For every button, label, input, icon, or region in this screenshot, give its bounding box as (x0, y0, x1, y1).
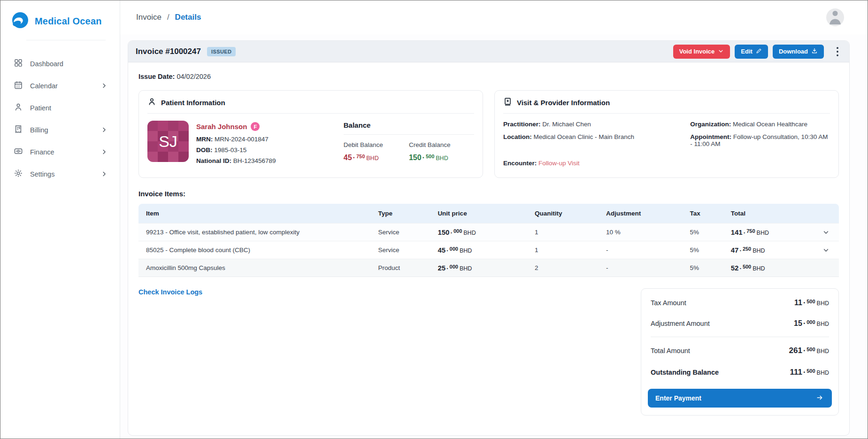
item-total: 141750BHD (731, 228, 818, 236)
practitioner-value: Dr. Michael Chen (542, 121, 591, 128)
location-value: Medical Ocean Clinic - Main Branch (534, 133, 635, 140)
void-invoice-button[interactable]: Void Invoice (673, 45, 730, 59)
outstanding-balance-value: 111500BHD (790, 368, 829, 377)
arrow-right-icon (815, 394, 824, 403)
table-row: 85025 - Complete blood count (CBC) Servi… (138, 241, 839, 259)
user-avatar[interactable] (826, 8, 844, 26)
breadcrumb-separator: / (167, 13, 169, 22)
credit-balance-label: Credit Balance (409, 141, 474, 148)
sidebar-item-settings[interactable]: Settings (14, 163, 108, 185)
journal-icon (503, 97, 512, 108)
sidebar-item-patient[interactable]: Patient (14, 97, 108, 119)
national-id-value: BH-123456789 (233, 157, 276, 164)
breadcrumb-section[interactable]: Invoice (136, 13, 161, 22)
billing-icon (14, 124, 23, 135)
item-total: 47250BHD (731, 246, 818, 254)
col-tax: Tax (690, 210, 731, 217)
chevron-right-icon (100, 126, 108, 133)
kebab-menu-icon[interactable] (833, 46, 842, 58)
item-name: 99213 - Office visit, established patien… (146, 229, 378, 236)
tax-amount-label: Tax Amount (651, 299, 686, 307)
invoice-details-card: Invoice #1000247 ISSUED Void Invoice Edi… (128, 40, 850, 436)
sidebar-item-label: Billing (30, 126, 48, 134)
brand-name: Medical Ocean (35, 16, 102, 27)
sidebar-item-finance[interactable]: Finance (14, 141, 108, 163)
summary-divider (651, 337, 829, 337)
total-amount-value: 261500BHD (789, 346, 829, 355)
sidebar-item-label: Finance (30, 148, 54, 156)
col-item: Item (146, 210, 378, 217)
dob-label: DOB: (196, 146, 213, 154)
sidebar-item-billing[interactable]: Billing (14, 119, 108, 141)
breadcrumb: Invoice / Details (136, 13, 201, 22)
item-total: 52500BHD (731, 264, 818, 272)
expand-row-chevron-down-icon[interactable] (822, 246, 839, 254)
col-total: Total (731, 210, 818, 217)
patient-name[interactable]: Sarah Johnson (196, 123, 247, 131)
person-icon (147, 97, 156, 108)
item-adjustment: - (606, 264, 690, 271)
sidebar: Medical Ocean Dashboard (0, 0, 120, 439)
practitioner-label: Practitioner: (503, 121, 541, 128)
col-quantity: Quanitity (535, 210, 606, 217)
balance-section: Balance Debit Balance 45750BHD Credit Ba… (341, 121, 474, 168)
encounter-link[interactable]: Follow-up Visit (538, 160, 580, 167)
sidebar-item-dashboard[interactable]: Dashboard (14, 53, 108, 75)
patient-information-card: Patient Information SJ Sarah Johnson F (138, 90, 483, 178)
issue-date-label: Issue Date: (138, 73, 175, 80)
item-type: Product (378, 264, 438, 271)
item-unit-price: 45000BHD (438, 246, 535, 254)
patient-avatar: SJ (147, 121, 189, 162)
expand-row-chevron-down-icon[interactable] (822, 229, 839, 236)
item-type: Service (378, 229, 438, 236)
logo-wave-icon (11, 11, 30, 31)
dashboard-icon (14, 58, 23, 69)
table-header-row: Item Type Unit price Quanitity Adjustmen… (138, 204, 839, 223)
item-type: Service (378, 246, 438, 254)
encounter-label: Encounter: (503, 160, 537, 167)
breadcrumb-page[interactable]: Details (175, 13, 201, 22)
download-icon (811, 47, 818, 55)
debit-balance-value: 45750BHD (344, 154, 379, 162)
tax-amount-value: 11500BHD (794, 299, 829, 307)
calendar-icon (14, 80, 23, 91)
avatar-icon (826, 8, 844, 26)
col-adjustment: Adjustment (606, 210, 690, 217)
sidebar-item-label: Patient (30, 104, 51, 112)
item-quantity: 1 (535, 229, 606, 236)
item-quantity: 2 (535, 264, 606, 271)
finance-icon (14, 146, 23, 157)
item-name: 85025 - Complete blood count (CBC) (146, 246, 378, 254)
total-amount-label: Total Amount (651, 347, 690, 354)
col-type: Type (378, 210, 438, 217)
location-label: Location: (503, 133, 532, 140)
enter-payment-button[interactable]: Enter Payment (648, 389, 832, 408)
sidebar-item-calendar[interactable]: Calendar (14, 75, 108, 97)
patient-icon (14, 102, 23, 113)
invoice-title: Invoice #1000247 (136, 47, 201, 56)
check-invoice-logs-link[interactable]: Check Invoice Logs (138, 288, 202, 296)
patient-card-title: Patient Information (161, 99, 225, 107)
visit-card-title: Visit & Provider Information (517, 99, 610, 107)
mrn-label: MRN: (196, 136, 213, 143)
outstanding-balance-label: Outstanding Balance (651, 369, 719, 376)
item-unit-price: 25000BHD (438, 264, 535, 272)
mrn-value: MRN-2024-001847 (215, 136, 269, 143)
chevron-right-icon (100, 82, 108, 89)
table-row: Amoxicillin 500mg Capsules Product 25000… (138, 259, 839, 277)
main-content: Invoice / Details Invoice #1000247 ISSUE… (120, 0, 868, 439)
chevron-down-icon (718, 48, 724, 55)
table-row: 99213 - Office visit, established patien… (138, 223, 839, 241)
debit-balance-label: Debit Balance (344, 141, 409, 148)
brand-logo[interactable]: Medical Ocean (0, 8, 120, 40)
item-adjustment: 10 % (606, 229, 690, 236)
item-unit-price: 150000BHD (438, 228, 535, 236)
item-quantity: 1 (535, 246, 606, 254)
adjustment-amount-value: 15000BHD (794, 319, 829, 328)
dob-value: 1985-03-15 (214, 146, 246, 154)
invoice-header: Invoice #1000247 ISSUED Void Invoice Edi… (128, 41, 849, 62)
item-name: Amoxicillin 500mg Capsules (146, 264, 378, 271)
pencil-icon (756, 48, 762, 55)
download-button[interactable]: Download (773, 45, 824, 59)
edit-button[interactable]: Edit (735, 45, 768, 59)
